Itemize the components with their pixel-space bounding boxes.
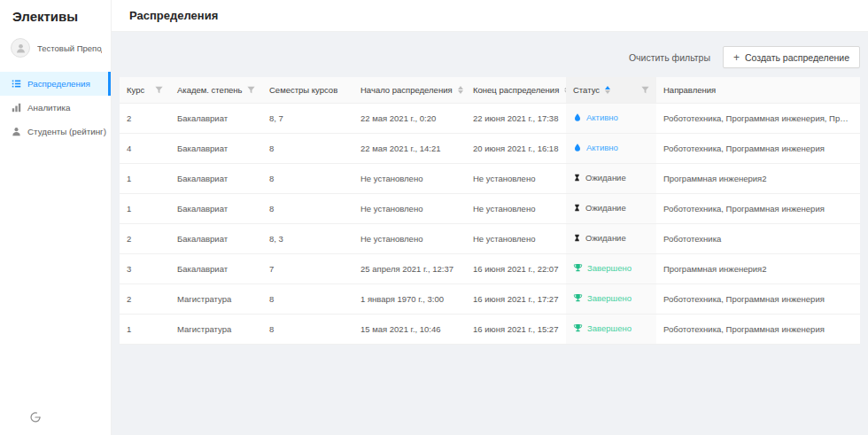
table-row[interactable]: 1 Бакалавриат 8 Не установлено Не устано… <box>120 193 860 223</box>
column-header-status: Статус <box>566 77 656 103</box>
content-area: Очистить фильтры + Создать распределение <box>112 32 868 435</box>
cell-degree: Магистратура <box>170 314 262 344</box>
table-row[interactable]: 3 Бакалавриат 7 25 апреля 2021 г., 12:37… <box>120 253 860 284</box>
table-row[interactable]: 4 Бакалавриат 8 22 мая 2021 г., 14:21 20… <box>120 133 860 163</box>
cell-course: 1 <box>120 193 170 223</box>
status-badge: Ожидание <box>585 233 626 243</box>
cell-status: Активно <box>566 103 656 133</box>
status-badge: Ожидание <box>585 173 626 183</box>
avatar <box>11 38 30 58</box>
status-badge: Активно <box>586 113 618 122</box>
hourglass-icon <box>573 173 581 183</box>
cell-degree: Бакалавриат <box>170 103 262 133</box>
cell-start: 25 апреля 2021 г., 12:37 <box>353 253 466 284</box>
cell-course: 2 <box>120 103 170 133</box>
toolbar: Очистить фильтры + Создать распределение <box>120 46 860 68</box>
cell-end: 20 июня 2021 г., 16:18 <box>466 133 566 163</box>
trophy-icon <box>573 323 583 333</box>
cell-semesters: 8 <box>262 193 353 223</box>
sidebar-item-distributions[interactable]: Распределения <box>0 72 111 96</box>
power-icon <box>29 411 42 423</box>
cell-degree: Магистратура <box>170 284 262 314</box>
cell-end: Не установлено <box>466 163 566 193</box>
cell-status: Завершено <box>566 314 656 344</box>
status-badge: Завершено <box>587 263 632 273</box>
students-icon <box>12 127 21 136</box>
sort-icon-active[interactable] <box>605 86 610 94</box>
cell-directions: Программная инженерия2 <box>656 163 860 193</box>
cell-status: Активно <box>566 133 656 163</box>
filter-icon[interactable] <box>247 86 255 94</box>
column-header-degree: Академ. степень <box>170 77 262 103</box>
cell-end: 16 июня 2021 г., 22:07 <box>466 253 566 284</box>
sidebar-item-students[interactable]: Студенты (рейтинг) <box>0 120 111 144</box>
cell-start: Не установлено <box>353 223 466 253</box>
sort-icon[interactable] <box>564 86 566 94</box>
cell-semesters: 8 <box>262 284 353 314</box>
cell-start: 15 мая 2021 г., 10:46 <box>353 314 466 344</box>
sidebar: Элективы Тестовый Препод. Распределения <box>0 0 112 435</box>
table-row[interactable]: 1 Бакалавриат 8 Не установлено Не устано… <box>120 163 860 193</box>
column-header-start: Начало распределения <box>353 77 466 103</box>
table-row[interactable]: 2 Магистратура 8 1 января 1970 г., 3:00 … <box>120 284 860 314</box>
cell-degree: Бакалавриат <box>170 223 262 253</box>
filter-icon[interactable] <box>155 86 163 94</box>
cell-directions: Робототехника <box>656 223 860 253</box>
cell-start: Не установлено <box>353 193 466 223</box>
create-distribution-label: Создать распределение <box>745 52 849 63</box>
cell-directions: Робототехника, Программная инженерия <box>656 284 860 314</box>
status-badge: Завершено <box>587 323 632 333</box>
droplet-icon <box>573 143 582 152</box>
cell-status: Завершено <box>566 284 656 314</box>
cell-directions: Робототехника, Программная инженерия <box>656 314 860 344</box>
user-icon <box>15 43 27 54</box>
create-distribution-button[interactable]: + Создать распределение <box>723 46 860 68</box>
cell-semesters: 8, 7 <box>262 103 353 133</box>
cell-directions: Робототехника, Программная инженерия <box>656 193 860 223</box>
cell-start: 1 января 1970 г., 3:00 <box>353 284 466 314</box>
cell-degree: Бакалавриат <box>170 133 262 163</box>
table-header-row: Курс Академ. степень <box>120 77 860 103</box>
cell-start: 22 мая 2021 г., 14:21 <box>353 133 466 163</box>
cell-semesters: 8 <box>262 163 353 193</box>
logout-button[interactable] <box>28 411 43 425</box>
cell-course: 3 <box>120 253 170 284</box>
list-icon <box>12 79 21 89</box>
cell-semesters: 7 <box>262 253 353 284</box>
cell-semesters: 8, 3 <box>262 223 353 253</box>
table-row[interactable]: 2 Бакалавриат 8, 3 Не установлено Не уст… <box>120 223 860 253</box>
sidebar-item-analytics[interactable]: Аналитика <box>0 96 111 120</box>
cell-status: Завершено <box>566 253 656 284</box>
status-badge: Ожидание <box>585 203 626 213</box>
column-header-semesters: Семестры курсов <box>262 77 353 103</box>
cell-end: 16 июня 2021 г., 17:27 <box>466 284 566 314</box>
cell-course: 2 <box>120 223 170 253</box>
cell-course: 4 <box>120 133 170 163</box>
cell-start: Не установлено <box>353 163 466 193</box>
clear-filters-link[interactable]: Очистить фильтры <box>629 52 710 63</box>
droplet-icon <box>573 113 582 122</box>
column-header-end: Конец распределения <box>466 77 566 103</box>
cell-directions: Программная инженерия2 <box>656 253 860 284</box>
table-row[interactable]: 2 Бакалавриат 8, 7 22 мая 2021 г., 0:20 … <box>120 103 860 133</box>
app-root: Элективы Тестовый Препод. Распределения <box>0 0 868 435</box>
cell-semesters: 8 <box>262 314 353 344</box>
cell-status: Ожидание <box>566 163 656 193</box>
cell-end: 16 июня 2021 г., 15:27 <box>466 314 566 344</box>
cell-end: Не установлено <box>466 193 566 223</box>
cell-course: 1 <box>120 314 170 344</box>
cell-directions: Робототехника, Программная инженерия <box>656 133 860 163</box>
trophy-icon <box>573 263 583 273</box>
page-header: Распределения <box>112 0 868 32</box>
main-area: Распределения Очистить фильтры + Создать… <box>112 0 868 435</box>
status-badge: Завершено <box>587 293 632 303</box>
cell-course: 1 <box>120 163 170 193</box>
cell-end: 22 июня 2021 г., 17:38 <box>466 103 566 133</box>
sort-icon[interactable] <box>458 86 463 94</box>
table-row[interactable]: 1 Магистратура 8 15 мая 2021 г., 10:46 1… <box>120 314 860 344</box>
sidebar-item-label: Распределения <box>27 79 90 89</box>
sidebar-menu: Распределения Аналитика Студенты (рейтин… <box>0 72 111 144</box>
cell-semesters: 8 <box>262 133 353 163</box>
cell-degree: Бакалавриат <box>170 163 262 193</box>
filter-icon[interactable] <box>641 86 649 94</box>
